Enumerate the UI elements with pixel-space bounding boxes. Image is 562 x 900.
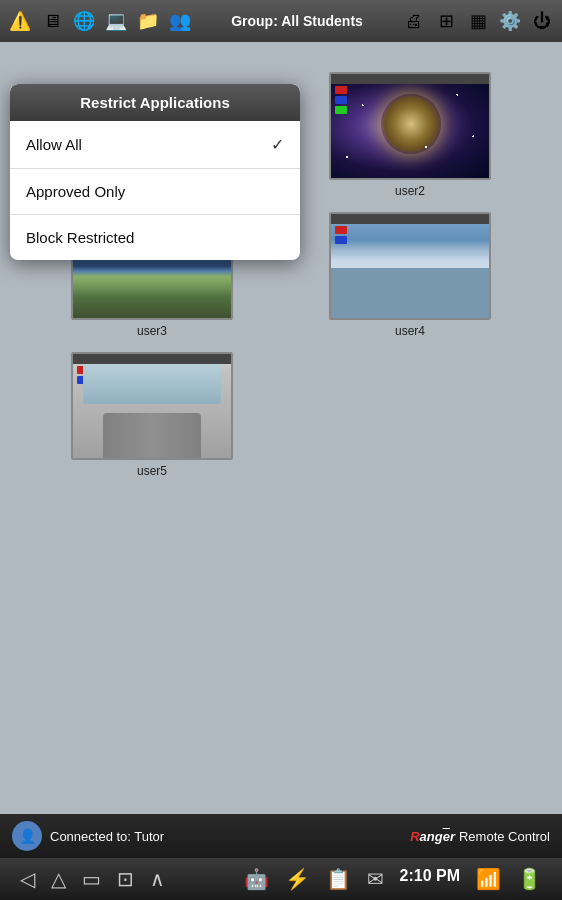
apps-icon[interactable]: ⊞ [432, 7, 460, 35]
approved-only-option[interactable]: Approved Only [10, 169, 300, 215]
main-content: Restrict Applications Allow All ✓ Approv… [0, 42, 562, 814]
mail-icon[interactable]: ✉ [367, 867, 384, 891]
printer-icon[interactable]: 🖨 [400, 7, 428, 35]
toolbar: ⚠️ 🖥 🌐 💻 📁 👥 Group: All Students 🖨 ⊞ ▦ ⚙… [0, 0, 562, 42]
home-icon[interactable]: △ [51, 867, 66, 891]
user2-label: user2 [395, 184, 425, 198]
user-thumb-user4[interactable]: user4 [288, 212, 532, 338]
battery-icon: 🔋 [517, 867, 542, 891]
sim-icon[interactable]: 📋 [326, 867, 351, 891]
folder-icon[interactable]: 📁 [134, 7, 162, 35]
user4-label: user4 [395, 324, 425, 338]
screenshot-icon[interactable]: ⊡ [117, 867, 134, 891]
restrict-applications-dropdown: Restrict Applications Allow All ✓ Approv… [10, 84, 300, 260]
time-display: 2:10 PM [400, 867, 460, 891]
globe-icon[interactable]: 🌐 [70, 7, 98, 35]
users-icon[interactable]: 👥 [166, 7, 194, 35]
settings-icon[interactable]: ⚙️ [496, 7, 524, 35]
user5-thumbnail[interactable] [71, 352, 233, 460]
display-icon[interactable]: 🖥 [38, 7, 66, 35]
allow-all-label: Allow All [26, 136, 82, 153]
up-icon[interactable]: ∧ [150, 867, 165, 891]
nav-left-icons: ◁ △ ▭ ⊡ ∧ [20, 867, 165, 891]
back-icon[interactable]: ◁ [20, 867, 35, 891]
dropdown-title: Restrict Applications [10, 84, 300, 121]
recents-icon[interactable]: ▭ [82, 867, 101, 891]
signal-icon: 📶 [476, 867, 501, 891]
remote-label: Remote Control [459, 829, 550, 844]
allow-all-option[interactable]: Allow All ✓ [10, 121, 300, 169]
user2-thumbnail[interactable] [329, 72, 491, 180]
power-icon[interactable]: ⏻ [528, 7, 556, 35]
status-bar: 👤 Connected to: Tutor Ranger Remote Cont… [0, 814, 562, 858]
toolbar-title: Group: All Students [198, 13, 396, 29]
ranger-brand: Ranger [410, 829, 455, 844]
alert-icon[interactable]: ⚠️ [6, 7, 34, 35]
status-left: 👤 Connected to: Tutor [12, 821, 164, 851]
block-restricted-option[interactable]: Block Restricted [10, 215, 300, 260]
nav-right-icons: 🤖 ⚡ 📋 ✉ 2:10 PM 📶 🔋 [244, 867, 542, 891]
barcode-icon[interactable]: ▦ [464, 7, 492, 35]
tutor-avatar: 👤 [12, 821, 42, 851]
user-thumb-user2[interactable]: user2 [288, 72, 532, 198]
status-right: Ranger Remote Control [410, 829, 550, 844]
user4-thumbnail[interactable] [329, 212, 491, 320]
connected-label: Connected to: Tutor [50, 829, 164, 844]
approved-only-label: Approved Only [26, 183, 125, 200]
allow-all-checkmark: ✓ [271, 135, 284, 154]
monitor-icon[interactable]: 💻 [102, 7, 130, 35]
user5-label: user5 [137, 464, 167, 478]
user3-label: user3 [137, 324, 167, 338]
android-icon[interactable]: 🤖 [244, 867, 269, 891]
user-thumb-user5[interactable]: user5 [30, 352, 274, 478]
usb-icon[interactable]: ⚡ [285, 867, 310, 891]
nav-bar: ◁ △ ▭ ⊡ ∧ 🤖 ⚡ 📋 ✉ 2:10 PM 📶 🔋 [0, 858, 562, 900]
block-restricted-label: Block Restricted [26, 229, 134, 246]
